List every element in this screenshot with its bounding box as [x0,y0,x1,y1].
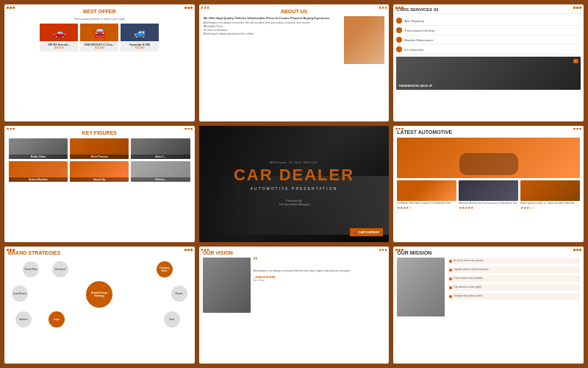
mission-title: OUR MISSION [397,250,580,255]
service-name-2: Transmission Checkup [404,29,434,32]
service-item-3: Machine Maintenance [396,35,581,45]
service-name-4: Car Inspection [404,48,423,52]
car-price-1: $38,800 [40,46,78,49]
service-item-2: Transmission Checkup [396,26,581,35]
brand-node-3: Company Name [157,261,173,277]
key-item-6: Vehicle... [131,161,190,182]
mission-text-5: Untangle client (white enable) [453,294,483,297]
service-name-1: Auto Repairing [404,19,423,23]
presenter-label: Presented By [286,199,301,202]
logo-text: CARCOMPANY [359,230,380,234]
mission-dot-3 [449,277,452,280]
key-label-5: Speed Up [70,177,129,182]
mission-dot-4 [449,286,452,289]
vision-text: “ AutoImage is not always consequat dim … [254,258,386,282]
service-badge: ⚙ [573,59,578,63]
car-shape [459,153,518,175]
latest-item-2: Mercedes Will Roll Out Fast Crossover To… [459,180,518,210]
mission-list: Be first to enter every question Urgentl… [448,258,580,316]
car-dealer-pre: Welcome To Our Vehicle [270,160,318,164]
mission-dot-1 [449,260,452,263]
about-highlight: We Offer High Quality Vehicles Unbelieva… [204,16,343,20]
slide-our-vision: OUR VISION “ AutoImage is not always con… [199,247,390,364]
car-name-3: Hyundai H 500 [121,41,159,46]
key-item-1: Brake Chain [9,138,68,159]
car-card-3: 🚙 Hyundai H 500 $34,800 [121,24,159,52]
latest-stars-1: ★★★★☆ [397,205,456,210]
slide-brand-strategies: BRAND STRATEGIES Fluted Pillar Research … [4,247,195,364]
latest-row: On Balance With Sales Crossover To Sale … [397,180,580,210]
vision-role: Auto Trader [254,279,386,282]
car-price-2: $34,400 [80,46,118,49]
mission-content: Be first to enter every question Urgentl… [397,258,580,316]
service-item-1: Auto Repairing [396,16,581,26]
main-grid: BEST OFFER Find amazing deals to match y… [0,0,588,368]
key-item-4: Active Machine [9,161,68,182]
slide-key-figures: KEY FIGURES Brake Chain Drive Process Au… [4,126,195,243]
latest-title: LATEST AUTOMOTIVE [397,130,580,135]
mission-image [397,258,445,316]
brand-node-5: Logo [49,311,65,328]
service-icon-4 [396,46,402,52]
car-dealer-title: CAR DEALER [234,167,354,183]
key-item-3: Auto C... [131,138,190,159]
vision-title: OUR VISION [203,250,386,255]
latest-stars-2: ★★★★★ [459,205,518,210]
brand-node-4: Ideation [15,311,32,328]
mission-item-3: Foster bottom-level scalability [448,275,580,282]
mission-text-1: Be first to enter every question [453,259,484,262]
service-image: TRANSMISSION CHECK UP ⚙ [396,57,581,90]
about-content: We Offer High Quality Vehicles Unbelieva… [204,16,385,64]
car-icon-1: 🚗 [53,26,65,38]
about-title: ABOUT US [204,9,385,14]
latest-img-2 [459,180,518,201]
latest-item-title-1: On Balance With Sales Crossover To Sale … [397,202,456,205]
mission-item-5: Untangle client (white enable) [448,293,580,300]
services-title: CARS SERVICES 02 [396,7,581,14]
brand-node-2: Research [52,261,68,277]
latest-item-3: Dealer agency remarks on 'safest' intel … [520,180,580,210]
slide-best-offer: BEST OFFER Find amazing deals to match y… [4,4,195,121]
key-label-4: Active Machine [9,177,68,182]
latest-item-title-3: Dealer agency remarks on 'safest' intel … [520,202,580,205]
mission-item-2: Urgently scale for channel business [448,266,580,273]
brand-node-8: Presen [171,286,187,302]
latest-img-1 [397,180,456,201]
about-text: We Offer High Quality Vehicles Unbelieva… [204,16,343,64]
brand-node-7: Lead Genera [12,286,28,302]
car-icon-2: 🚘 [93,26,106,38]
best-offer-subtitle: Find amazing deals to match your style [9,17,190,21]
key-label-2: Drive Process [70,155,129,159]
service-name-3: Machine Maintenance [404,38,433,42]
car-icon-3: 🚙 [134,26,146,38]
mission-text-3: Foster bottom-level scalability [453,277,483,280]
key-item-2: Drive Process [70,138,129,159]
key-label-6: Vehicle... [131,177,190,182]
brand-node-1: Fluted Pillar [23,261,39,277]
brand-diagram: Fluted Pillar Research Company Name Lead… [8,258,191,331]
mission-text-4: Fuel attractive source (right) [453,286,481,289]
slide-cars-services: CARS SERVICES 02 Auto Repairing Transmis… [393,4,584,121]
slide-our-mission: OUR MISSION Be first to enter every ques… [393,247,584,364]
best-offer-title: BEST OFFER [9,9,190,14]
mission-text-2: Urgently scale for channel business [453,268,488,271]
car-dealer-logo: 🚗 CARCOMPANY [350,228,383,236]
latest-item-1: On Balance With Sales Crossover To Sale … [397,180,456,210]
car-name-2: CHEVROLET C-Truc... [80,41,118,46]
quote-mark: “ [254,258,386,267]
service-icon-1 [396,18,402,24]
car-dealer-presenter: Presented By John Doe (Sales Manager) [279,199,309,208]
service-item-4: Car Inspection [396,45,581,54]
latest-item-title-2: Mercedes Will Roll Out Fast Crossover To… [459,202,518,205]
car-price-3: $34,800 [121,46,159,49]
car-card-1: 🚗 VW B3 Streetti... $38,800 [40,24,78,52]
about-body4: AutoImage is always prompt and the vehic… [204,32,343,36]
car-dealer-sub: AUTOMOTIVE PRESENTATION [251,186,338,191]
service-icon-3 [396,37,402,43]
key-title: KEY FIGURES [9,130,190,135]
slide-car-dealer: Welcome To Our Vehicle CAR DEALER AUTOMO… [199,126,390,243]
mission-dot-5 [449,295,452,298]
logo-icon: 🚗 [354,230,357,234]
slide-latest-automotive: LATEST AUTOMOTIVE On Balance With Sales … [393,126,584,243]
brand-center: Brand Design Strategy [86,281,112,308]
